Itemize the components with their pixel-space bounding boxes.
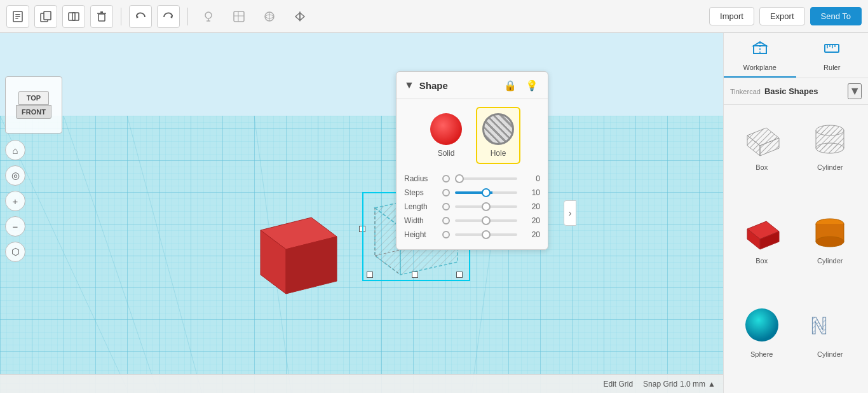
panel-bulb-btn[interactable]: 💡 xyxy=(524,77,540,93)
height-label: Height xyxy=(404,230,437,239)
radius-slider[interactable] xyxy=(455,177,517,180)
shape-thumb-box-solid xyxy=(736,209,787,254)
solid-type-btn[interactable]: Solid xyxy=(424,107,468,164)
width-slider-wrap xyxy=(455,219,517,222)
shape-item-box-solid[interactable]: Box xyxy=(729,203,795,294)
radius-label: Radius xyxy=(404,174,437,183)
toolbar-right: Import Export Send To xyxy=(709,7,862,25)
prop-row-radius: Radius 0 xyxy=(397,172,548,186)
steps-value: 10 xyxy=(522,188,540,197)
shape-item-cylinder-solid[interactable]: Cylinder xyxy=(797,203,864,294)
import-button[interactable]: Import xyxy=(709,7,754,25)
length-slider[interactable] xyxy=(455,205,517,208)
grid3-icon-btn[interactable] xyxy=(257,4,282,29)
view-cube-top[interactable]: TOP xyxy=(18,91,49,105)
snap-grid-label: Snap Grid xyxy=(643,380,677,389)
width-slider[interactable] xyxy=(455,219,517,222)
edit-grid-btn[interactable]: Edit Grid xyxy=(603,380,633,389)
tab-workplane[interactable]: Workplane xyxy=(724,33,796,78)
svg-rect-2 xyxy=(15,16,20,17)
steps-circle xyxy=(442,189,450,197)
svg-point-13 xyxy=(205,12,212,18)
toolbar: Import Export Send To xyxy=(0,0,868,33)
viewport[interactable]: TOP FRONT ⌂ ◎ + − ⬡ xyxy=(0,33,723,393)
cube-nav-btn[interactable]: ⬡ xyxy=(5,242,25,262)
height-slider[interactable] xyxy=(455,233,517,236)
zoom-out-btn[interactable]: − xyxy=(5,216,25,237)
solid-circle-icon xyxy=(430,113,462,145)
delete-button[interactable] xyxy=(90,5,113,28)
steps-slider[interactable] xyxy=(455,191,517,194)
prop-row-width: Width 20 xyxy=(397,214,548,228)
workplane-label: Workplane xyxy=(743,64,776,71)
shape-thumb-cylinder-solid xyxy=(804,209,855,254)
bulb-icon-btn[interactable] xyxy=(196,4,221,29)
new-button[interactable] xyxy=(6,5,29,28)
face-icon-btn[interactable] xyxy=(226,4,252,29)
shape-label-sphere: Sphere xyxy=(750,350,773,358)
snap-grid-btn[interactable]: Snap Grid 1.0 mm ▲ xyxy=(643,380,715,389)
shape-item-text3d[interactable]: N Cylinder xyxy=(797,297,864,388)
right-panel-collapse-arrow[interactable]: › xyxy=(564,200,576,226)
svg-text:N: N xyxy=(811,313,827,339)
orbit-nav-btn[interactable]: ◎ xyxy=(5,165,25,186)
zoom-in-btn[interactable]: + xyxy=(5,191,25,211)
length-slider-wrap xyxy=(455,205,517,208)
shape-label-cylinder-solid: Cylinder xyxy=(817,257,843,265)
view-cube-front[interactable]: FRONT xyxy=(16,105,51,119)
hole-type-btn[interactable]: Hole xyxy=(476,107,520,164)
hole-circle-icon xyxy=(482,113,514,145)
radius-circle xyxy=(442,175,450,183)
red-box-object[interactable] xyxy=(248,192,346,300)
width-label: Width xyxy=(404,216,437,225)
shape-item-sphere[interactable]: Sphere xyxy=(729,297,795,388)
height-value: 20 xyxy=(522,230,540,239)
home-nav-btn[interactable]: ⌂ xyxy=(5,140,25,160)
svg-point-60 xyxy=(816,143,844,153)
shape-thumb-box-hole xyxy=(736,115,787,161)
ruler-icon xyxy=(823,39,841,61)
radius-value: 0 xyxy=(522,174,540,183)
shape-item-cylinder-hole[interactable]: Cylinder xyxy=(797,110,864,201)
svg-rect-3 xyxy=(15,18,18,19)
shape-label-box-hole: Box xyxy=(756,163,768,171)
right-panel: Workplane Ruler Tinkercad Basic Shapes xyxy=(723,33,868,393)
send-to-button[interactable]: Send To xyxy=(810,7,862,25)
shape-label-box-solid: Box xyxy=(756,257,768,265)
copy-button[interactable] xyxy=(34,5,57,28)
shape-thumb-text3d: N xyxy=(804,302,855,348)
svg-rect-6 xyxy=(69,13,75,20)
svg-marker-22 xyxy=(295,13,300,20)
mirror-icon-btn[interactable] xyxy=(287,4,313,29)
separator-2 xyxy=(187,8,188,25)
steps-slider-wrap xyxy=(455,191,517,194)
shape-label-cylinder-hole: Cylinder xyxy=(817,163,843,171)
shape-item-box-hole[interactable]: Box xyxy=(729,110,795,201)
panel-lock-btn[interactable]: 🔒 xyxy=(502,77,519,93)
shape-thumb-sphere xyxy=(736,302,787,348)
category-dropdown-btn[interactable]: ▼ xyxy=(848,83,862,99)
view-cube[interactable]: TOP FRONT xyxy=(5,76,62,134)
length-circle xyxy=(442,203,450,210)
main-area: TOP FRONT ⌂ ◎ + − ⬡ xyxy=(0,33,868,393)
svg-rect-16 xyxy=(234,11,244,22)
prop-row-length: Length 20 xyxy=(397,200,548,214)
snap-arrow-icon: ▲ xyxy=(708,380,715,389)
panel-collapse-btn[interactable]: ▼ xyxy=(404,79,414,91)
height-slider-wrap xyxy=(455,233,517,236)
hole-label: Hole xyxy=(491,149,506,158)
duplicate-button[interactable] xyxy=(62,5,85,28)
radius-slider-wrap xyxy=(455,177,517,180)
tab-ruler[interactable]: Ruler xyxy=(796,33,869,78)
shape-panel: ▼ Shape 🔒 💡 Solid Hole Radius xyxy=(396,71,548,250)
shape-label-text3d: Cylinder xyxy=(817,350,843,358)
svg-rect-5 xyxy=(44,11,51,20)
width-value: 20 xyxy=(522,216,540,225)
width-circle xyxy=(442,217,450,224)
shape-types: Solid Hole xyxy=(397,99,548,172)
undo-button[interactable] xyxy=(129,5,152,28)
length-label: Length xyxy=(404,202,437,211)
redo-button[interactable] xyxy=(157,5,180,28)
svg-rect-7 xyxy=(72,13,79,20)
export-button[interactable]: Export xyxy=(759,7,805,25)
